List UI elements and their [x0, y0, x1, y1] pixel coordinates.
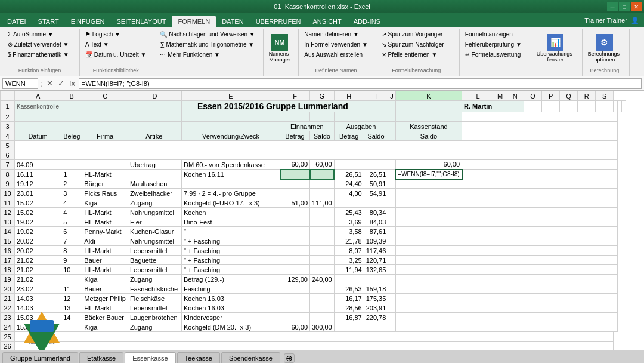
cell-f13[interactable] [280, 217, 310, 227]
cell-c8[interactable]: HL-Markt [82, 170, 128, 179]
cell-k10[interactable] [395, 189, 462, 198]
cell-i11[interactable] [364, 198, 388, 208]
cell-e24[interactable]: Kochgeld (DM 20.- x 3) [182, 322, 280, 332]
cell-g16[interactable] [310, 246, 335, 256]
watch-window-btn[interactable]: 📊 Überwachungs-fenster [534, 32, 577, 64]
maximize-btn[interactable]: □ [619, 2, 630, 11]
cell-e13[interactable]: Dino-Fest [182, 217, 280, 227]
calc-options-btn[interactable]: ⚙ Berechnungs-optionen [585, 32, 624, 64]
insert-function-btn[interactable]: fx [68, 79, 76, 88]
cell-e8[interactable]: Kochen 16.11 [182, 170, 280, 179]
error-check-btn[interactable]: Fehlerüberprüfung ▼ [462, 40, 525, 49]
cell-k9[interactable] [395, 179, 462, 189]
cell-g9[interactable] [310, 179, 335, 189]
define-name-btn[interactable]: Namen definieren ▼ [301, 30, 362, 39]
cell-e19[interactable]: Betrag (129.-) [182, 275, 280, 284]
col-header-p[interactable]: P [542, 91, 560, 101]
cell-g15[interactable] [310, 236, 335, 246]
formula-input[interactable] [79, 78, 642, 89]
cell-i13[interactable]: 84,03 [364, 217, 388, 227]
cell-e3[interactable] [182, 122, 280, 131]
recently-used-btn[interactable]: ⊘ Zuletzt verwendet ▼ [5, 40, 72, 49]
more-funcs-btn[interactable]: ⋯ Mehr Funktionen ▼ [157, 50, 223, 59]
sheet-tab-essenkasse[interactable]: Essenkasse [125, 352, 175, 363]
cell-i18[interactable]: 132,65 [364, 265, 388, 275]
name-manager-btn[interactable]: NM Namens-Manager [266, 32, 294, 64]
cell-f18[interactable] [280, 265, 310, 275]
cell-a18[interactable]: 21.02 [15, 265, 61, 275]
cell-e7[interactable]: DM 60.- von Spendenkasse [182, 160, 280, 170]
cell-f22[interactable] [280, 303, 310, 313]
col-header-b[interactable]: B [61, 91, 82, 101]
cell-e15[interactable]: " + Fasching [182, 236, 280, 246]
cell-e2[interactable] [182, 112, 280, 122]
cell-h11[interactable] [334, 198, 364, 208]
cell-h23[interactable]: 16,87 [334, 313, 364, 322]
cell-g12[interactable] [310, 208, 335, 217]
cancel-formula-btn[interactable]: ✕ [45, 79, 54, 88]
cell-f20[interactable] [280, 284, 310, 294]
tab-einfuegen[interactable]: EINFÜGEN [65, 16, 111, 27]
cell-f16[interactable] [280, 246, 310, 256]
cell-e16[interactable]: " + Fasching [182, 246, 280, 256]
cell-i23[interactable]: 220,78 [364, 313, 388, 322]
cell-g21[interactable] [310, 294, 335, 303]
text-btn[interactable]: A Text ▼ [82, 40, 112, 49]
cell-b13[interactable]: 5 [61, 217, 82, 227]
col-header-n[interactable]: N [506, 91, 524, 101]
col-header-row[interactable]: A B C D E F G H I J K L M N O [1, 91, 626, 101]
cell-f19[interactable]: 129,00 [280, 275, 310, 284]
cell-e20[interactable]: Fasching [182, 284, 280, 294]
col-header-g[interactable]: G [310, 91, 335, 101]
cell-d21[interactable]: Fleischkäse [128, 294, 182, 303]
cell-e22[interactable]: Kochen 16.03 [182, 303, 280, 313]
cell-a3[interactable] [15, 122, 61, 131]
name-box[interactable] [2, 78, 38, 89]
cell-d2[interactable] [128, 112, 182, 122]
col-header-l[interactable]: L [462, 91, 494, 101]
create-from-sel-btn[interactable]: Aus Auswahl erstellen [301, 50, 366, 59]
cell-h22[interactable]: 28,56 [334, 303, 364, 313]
tab-formeln[interactable]: FORMELN [172, 16, 216, 27]
cell-a19[interactable]: 21.02 [15, 275, 61, 284]
cell-a21[interactable]: 14.03 [15, 294, 61, 303]
cell-a13[interactable]: 19.02 [15, 217, 61, 227]
cell-f9[interactable] [280, 179, 310, 189]
cell-b16[interactable]: 8 [61, 246, 82, 256]
tab-ueberprufen[interactable]: ÜBERPRÜFEN [250, 16, 307, 27]
cell-b19[interactable] [61, 275, 82, 284]
math-btn[interactable]: ∑ Mathematik und Trigonometrie ▼ [157, 40, 257, 49]
cell-k7[interactable]: 60,00 [395, 160, 462, 170]
sheet-tab-etatkasse[interactable]: Etatkasse [79, 352, 123, 363]
cell-h21[interactable]: 16,17 [334, 294, 364, 303]
cell-e9[interactable] [182, 179, 280, 189]
cell-c15[interactable]: Aldi [82, 236, 128, 246]
cell-f17[interactable] [280, 256, 310, 265]
cell-f15[interactable] [280, 236, 310, 246]
cell-i8[interactable]: 26,51 [364, 170, 388, 179]
cell-h10[interactable]: 4,00 [334, 189, 364, 198]
cell-c12[interactable]: HL-Markt [82, 208, 128, 217]
cell-b11[interactable]: 4 [61, 198, 82, 208]
cell-i7[interactable] [364, 160, 388, 170]
col-header-d[interactable]: D [128, 91, 182, 101]
cell-d3[interactable] [128, 122, 182, 131]
cell-k8-formula[interactable]: =WENN(I8=I7;"";G8-I8) [395, 170, 462, 179]
cell-d9[interactable]: Maultaschen [128, 179, 182, 189]
cell-a12[interactable]: 15.02 [15, 208, 61, 217]
cell-b22[interactable]: 13 [61, 303, 82, 313]
cell-k20[interactable] [395, 284, 462, 294]
cell-d23[interactable]: Laugenbrötchen [128, 313, 182, 322]
cell-h8[interactable]: 26,51 [334, 170, 364, 179]
cell-e21[interactable]: Kochen 16.03 [182, 294, 280, 303]
cell-a1[interactable]: Kassenkontrolle [15, 101, 61, 112]
minimize-btn[interactable]: ─ [607, 2, 618, 11]
cell-h9[interactable]: 24,40 [334, 179, 364, 189]
cell-a20[interactable]: 23.02 [15, 284, 61, 294]
cell-a2[interactable] [15, 112, 61, 122]
cell-d8[interactable] [128, 170, 182, 179]
cell-f11[interactable]: 51,00 [280, 198, 310, 208]
col-header-q[interactable]: Q [560, 91, 578, 101]
cell-i17[interactable]: 120,71 [364, 256, 388, 265]
cell-b20[interactable]: 11 [61, 284, 82, 294]
